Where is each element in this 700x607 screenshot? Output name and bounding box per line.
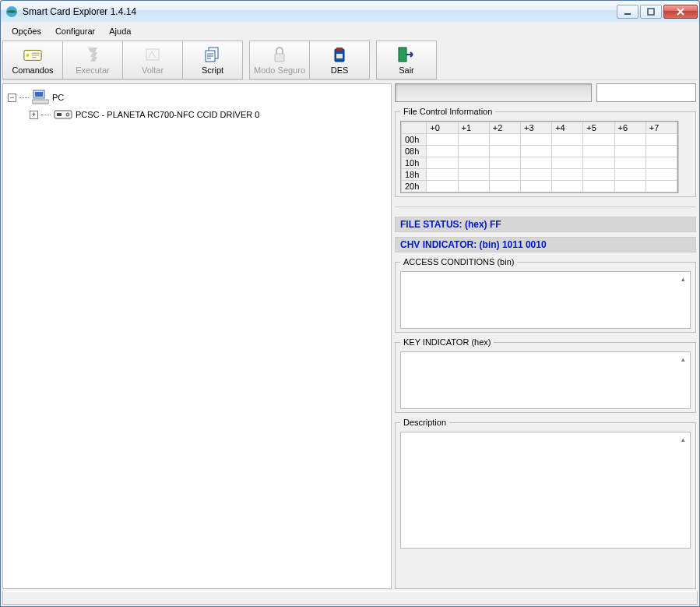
back-icon: [143, 45, 162, 64]
tree-root-row[interactable]: − PC: [8, 89, 386, 106]
maximize-button[interactable]: [640, 5, 662, 19]
description-text[interactable]: ▴: [400, 432, 691, 549]
run-icon: [83, 45, 102, 64]
svg-rect-12: [399, 48, 406, 62]
pc-icon: [32, 89, 49, 106]
toolbar-script[interactable]: Script: [182, 41, 243, 79]
access-conditions-legend: ACCESS CONDITIONS (bin): [400, 257, 517, 266]
file-status-bar: FILE STATUS: (hex) FF: [395, 217, 696, 232]
svg-rect-17: [57, 113, 62, 116]
svg-rect-14: [35, 92, 43, 97]
fci-table[interactable]: +0 +1 +2 +3 +4 +5 +6 +7 00h: [401, 122, 677, 192]
commands-icon: [23, 45, 42, 64]
svg-rect-11: [336, 54, 343, 58]
toolbar-comandos[interactable]: Comandos: [2, 41, 63, 79]
fci-h5: +4: [552, 122, 583, 134]
fci-group: File Control Information +0 +1 +2 +3 +4: [395, 107, 696, 197]
svg-rect-8: [275, 54, 284, 62]
access-conditions-group: ACCESS CONDITIONS (bin) ▴: [395, 257, 696, 333]
minimize-button[interactable]: [617, 5, 638, 19]
access-conditions-text[interactable]: ▴: [400, 271, 691, 329]
svg-rect-2: [648, 9, 654, 15]
tree-child-row[interactable]: + PCSC - PLANETA RC700-NFC CCID DRIVER 0: [30, 106, 386, 123]
toolbar-comandos-label: Comandos: [12, 65, 53, 75]
fci-row: 00h: [402, 134, 677, 146]
scroll-up-icon[interactable]: ▴: [677, 434, 688, 445]
fci-h4: +3: [520, 122, 551, 134]
details-panel: File Control Information +0 +1 +2 +3 +4: [395, 83, 698, 589]
fci-row: 18h: [402, 169, 677, 181]
app-icon: [5, 5, 18, 18]
svg-point-18: [66, 113, 69, 116]
tree-root-label: PC: [52, 93, 64, 102]
menu-bar: Opções Configurar Ajuda: [2, 23, 698, 39]
scroll-up-icon[interactable]: ▴: [677, 354, 688, 365]
fci-h1: +0: [427, 122, 458, 134]
key-indicator-group: KEY INDICATOR (hex) ▴: [395, 337, 696, 413]
fci-row: 20h: [402, 181, 677, 192]
script-icon: [203, 45, 222, 64]
key-indicator-text[interactable]: ▴: [400, 351, 691, 409]
toolbar-seguro-label: Modo Seguro: [254, 65, 305, 75]
fci-h0: [402, 122, 427, 134]
fci-h6: +5: [583, 122, 614, 134]
fci-row: 10h: [402, 157, 677, 169]
status-bar: [2, 591, 698, 605]
fci-row: 08h: [402, 146, 677, 157]
title-bar: Smart Card Explorer 1.4.14: [0, 0, 700, 22]
toolbar-sair[interactable]: Sair: [376, 41, 437, 79]
secure-icon: [270, 45, 289, 64]
toolbar-voltar-label: Voltar: [142, 65, 164, 75]
key-indicator-legend: KEY INDICATOR (hex): [400, 337, 494, 347]
tree-panel[interactable]: − PC + PCSC - PLANETA RC700-NFC CCID DRI…: [2, 83, 392, 589]
fci-h3: +2: [489, 122, 520, 134]
menu-configure[interactable]: Configurar: [49, 25, 101, 37]
exit-icon: [397, 45, 416, 64]
toolbar-sair-label: Sair: [399, 65, 414, 75]
address-input[interactable]: [596, 83, 696, 102]
reader-icon: [54, 107, 72, 122]
svg-rect-10: [336, 48, 343, 51]
fci-legend: File Control Information: [400, 107, 495, 116]
fci-scrollbar[interactable]: [678, 121, 691, 193]
fci-h7: +6: [614, 122, 645, 134]
toolbar: Comandos Executar Voltar Script: [2, 41, 698, 79]
path-display: [395, 83, 592, 102]
window-title: Smart Card Explorer 1.4.14: [23, 6, 617, 17]
svg-rect-5: [146, 49, 159, 60]
tree-expand-icon[interactable]: +: [30, 111, 38, 119]
fci-h8: +7: [645, 122, 677, 134]
close-button[interactable]: [663, 5, 698, 19]
svg-point-4: [26, 54, 30, 57]
svg-rect-15: [32, 100, 49, 104]
chv-indicator-bar: CHV INDICATOR: (bin) 1011 0010: [395, 237, 696, 252]
des-icon: [330, 45, 349, 64]
description-group: Description ▴: [395, 418, 696, 589]
toolbar-script-label: Script: [202, 65, 223, 75]
tree-child-label: PCSC - PLANETA RC700-NFC CCID DRIVER 0: [76, 110, 259, 119]
toolbar-des-label: DES: [331, 65, 349, 75]
toolbar-executar-label: Executar: [76, 65, 109, 75]
description-legend: Description: [400, 418, 449, 427]
toolbar-des[interactable]: DES: [309, 41, 370, 79]
svg-rect-1: [624, 13, 631, 15]
scroll-up-icon[interactable]: ▴: [677, 274, 688, 284]
fci-header-row: +0 +1 +2 +3 +4 +5 +6 +7: [402, 122, 677, 134]
tree-collapse-icon[interactable]: −: [8, 94, 16, 102]
toolbar-executar[interactable]: Executar: [62, 41, 123, 79]
window-body: Opções Configurar Ajuda Comandos Executa…: [0, 22, 700, 607]
menu-help[interactable]: Ajuda: [103, 25, 137, 37]
toolbar-modo-seguro[interactable]: Modo Seguro: [249, 41, 310, 79]
toolbar-voltar[interactable]: Voltar: [122, 41, 183, 79]
fci-h2: +1: [458, 122, 489, 134]
menu-options[interactable]: Opções: [5, 25, 47, 37]
